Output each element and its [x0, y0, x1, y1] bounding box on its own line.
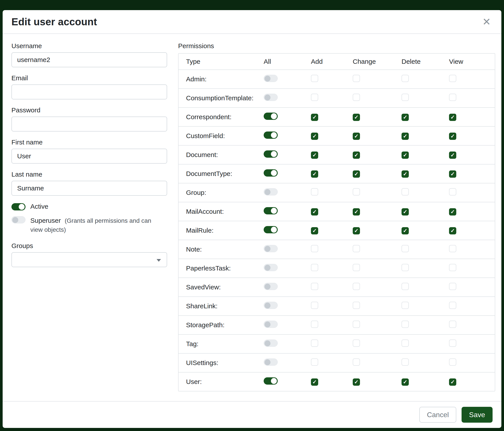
checkbox-view-savedview[interactable] [449, 283, 456, 290]
last-name-input[interactable] [11, 181, 167, 196]
checkbox-change-user[interactable]: ✓ [353, 378, 360, 386]
checkbox-add-documenttype[interactable]: ✓ [311, 171, 318, 178]
checkbox-add-uisettings[interactable] [311, 359, 318, 366]
checkbox-add-storagepath[interactable] [311, 321, 318, 328]
checkbox-change-note[interactable] [353, 245, 360, 252]
checkbox-view-correspondent[interactable]: ✓ [449, 114, 456, 121]
toggle-all-sharelink[interactable] [264, 302, 278, 309]
checkbox-change-document[interactable]: ✓ [353, 152, 360, 159]
username-label: Username [11, 42, 167, 50]
permission-row-customfield: CustomField:✓✓✓✓ [179, 126, 495, 145]
checkbox-delete-paperlesstask[interactable] [402, 264, 409, 271]
checkbox-change-savedview[interactable] [353, 283, 360, 290]
checkbox-change-sharelink[interactable] [353, 302, 360, 309]
checkbox-change-consumptiontemplate[interactable] [353, 94, 360, 101]
checkbox-change-admin[interactable] [353, 75, 360, 82]
checkbox-add-paperlesstask[interactable] [311, 264, 318, 271]
checkbox-delete-customfield[interactable]: ✓ [402, 133, 409, 140]
groups-select[interactable] [11, 252, 167, 267]
username-input[interactable] [11, 52, 167, 67]
checkbox-add-correspondent[interactable]: ✓ [311, 114, 318, 121]
checkbox-view-document[interactable]: ✓ [449, 152, 456, 159]
password-input[interactable] [11, 117, 167, 132]
checkbox-delete-user[interactable]: ✓ [402, 378, 409, 386]
permission-type-label: ConsumptionTemplate: [186, 94, 264, 102]
checkbox-view-documenttype[interactable]: ✓ [449, 171, 456, 178]
checkbox-change-group[interactable] [353, 188, 360, 196]
checkbox-add-mailaccount[interactable]: ✓ [311, 208, 318, 216]
checkbox-change-storagepath[interactable] [353, 321, 360, 328]
checkbox-add-sharelink[interactable] [311, 302, 318, 309]
checkbox-add-mailrule[interactable]: ✓ [311, 227, 318, 234]
first-name-input[interactable] [11, 149, 167, 164]
checkbox-delete-correspondent[interactable]: ✓ [402, 114, 409, 121]
checkbox-delete-mailrule[interactable]: ✓ [402, 227, 409, 234]
checkbox-view-customfield[interactable]: ✓ [449, 133, 456, 140]
checkbox-view-user[interactable]: ✓ [449, 378, 456, 386]
toggle-all-note[interactable] [264, 245, 278, 252]
checkbox-change-paperlesstask[interactable] [353, 264, 360, 271]
checkbox-change-uisettings[interactable] [353, 359, 360, 366]
checkbox-delete-tag[interactable] [402, 340, 409, 347]
checkbox-view-mailaccount[interactable]: ✓ [449, 208, 456, 216]
toggle-all-tag[interactable] [264, 340, 278, 347]
checkbox-delete-savedview[interactable] [402, 283, 409, 290]
toggle-all-mailrule[interactable] [264, 226, 278, 233]
checkbox-add-consumptiontemplate[interactable] [311, 94, 318, 101]
checkbox-change-tag[interactable] [353, 340, 360, 347]
checkbox-delete-document[interactable]: ✓ [402, 152, 409, 159]
save-button[interactable]: Save [462, 407, 493, 423]
permission-row-documenttype: DocumentType:✓✓✓✓ [179, 164, 495, 183]
toggle-all-savedview[interactable] [264, 283, 278, 290]
checkbox-view-sharelink[interactable] [449, 302, 456, 309]
checkbox-delete-documenttype[interactable]: ✓ [402, 171, 409, 178]
checkbox-add-group[interactable] [311, 188, 318, 196]
checkbox-change-customfield[interactable]: ✓ [353, 133, 360, 140]
checkbox-delete-consumptiontemplate[interactable] [402, 94, 409, 101]
checkbox-change-documenttype[interactable]: ✓ [353, 171, 360, 178]
checkbox-view-mailrule[interactable]: ✓ [449, 227, 456, 234]
checkbox-change-mailaccount[interactable]: ✓ [353, 208, 360, 216]
toggle-all-document[interactable] [264, 150, 278, 158]
checkbox-delete-note[interactable] [402, 245, 409, 252]
toggle-all-admin[interactable] [264, 75, 278, 82]
checkbox-delete-group[interactable] [402, 188, 409, 196]
checkbox-view-admin[interactable] [449, 75, 456, 82]
checkbox-view-group[interactable] [449, 188, 456, 196]
toggle-all-user[interactable] [264, 377, 278, 385]
checkbox-view-tag[interactable] [449, 340, 456, 347]
toggle-all-correspondent[interactable] [264, 113, 278, 120]
toggle-all-storagepath[interactable] [264, 321, 278, 328]
checkbox-view-consumptiontemplate[interactable] [449, 94, 456, 101]
toggle-all-paperlesstask[interactable] [264, 264, 278, 271]
checkbox-view-uisettings[interactable] [449, 359, 456, 366]
toggle-all-documenttype[interactable] [264, 169, 278, 177]
checkbox-add-document[interactable]: ✓ [311, 152, 318, 159]
checkbox-view-paperlesstask[interactable] [449, 264, 456, 271]
checkbox-change-mailrule[interactable]: ✓ [353, 227, 360, 234]
superuser-toggle[interactable] [11, 216, 26, 224]
active-toggle[interactable] [11, 203, 26, 210]
close-icon[interactable]: ✕ [480, 16, 493, 28]
checkbox-add-note[interactable] [311, 245, 318, 252]
checkbox-add-user[interactable]: ✓ [311, 378, 318, 386]
email-input[interactable] [11, 84, 167, 99]
checkbox-add-customfield[interactable]: ✓ [311, 133, 318, 140]
toggle-all-uisettings[interactable] [264, 359, 278, 366]
checkbox-view-note[interactable] [449, 245, 456, 252]
checkbox-delete-sharelink[interactable] [402, 302, 409, 309]
checkbox-change-correspondent[interactable]: ✓ [353, 114, 360, 121]
toggle-all-consumptiontemplate[interactable] [264, 94, 278, 101]
checkbox-view-storagepath[interactable] [449, 321, 456, 328]
checkbox-add-tag[interactable] [311, 340, 318, 347]
checkbox-add-admin[interactable] [311, 75, 318, 82]
toggle-all-group[interactable] [264, 188, 278, 196]
checkbox-delete-admin[interactable] [402, 75, 409, 82]
cancel-button[interactable]: Cancel [419, 407, 456, 423]
checkbox-add-savedview[interactable] [311, 283, 318, 290]
toggle-all-customfield[interactable] [264, 132, 278, 139]
checkbox-delete-uisettings[interactable] [402, 359, 409, 366]
toggle-all-mailaccount[interactable] [264, 207, 278, 214]
checkbox-delete-mailaccount[interactable]: ✓ [402, 208, 409, 216]
checkbox-delete-storagepath[interactable] [402, 321, 409, 328]
